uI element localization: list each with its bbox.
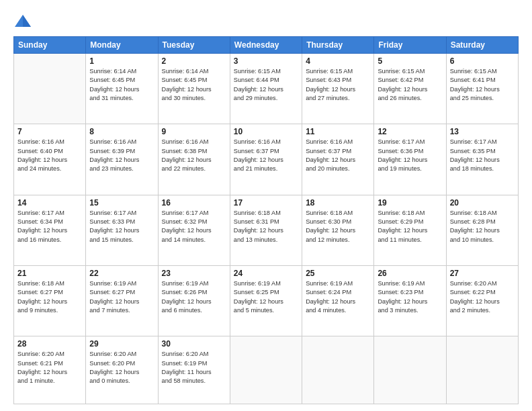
day-number: 3	[234, 56, 298, 66]
day-number: 8	[89, 127, 154, 136]
calendar-cell: 9Sunrise: 6:16 AM Sunset: 6:38 PM Daylig…	[158, 124, 230, 195]
day-info: Sunrise: 6:18 AM Sunset: 6:27 PM Dayligh…	[17, 279, 82, 315]
col-header-wednesday: Wednesday	[230, 37, 302, 54]
calendar-week-5: 28Sunrise: 6:20 AM Sunset: 6:21 PM Dayli…	[14, 336, 519, 404]
day-number: 12	[378, 127, 442, 136]
day-info: Sunrise: 6:20 AM Sunset: 6:20 PM Dayligh…	[89, 350, 154, 385]
day-info: Sunrise: 6:19 AM Sunset: 6:26 PM Dayligh…	[162, 279, 226, 315]
day-info: Sunrise: 6:14 AM Sunset: 6:45 PM Dayligh…	[162, 67, 226, 103]
calendar-cell: 14Sunrise: 6:17 AM Sunset: 6:34 PM Dayli…	[14, 195, 86, 265]
calendar-cell: 17Sunrise: 6:18 AM Sunset: 6:31 PM Dayli…	[230, 195, 302, 265]
page: SundayMondayTuesdayWednesdayThursdayFrid…	[0, 0, 532, 411]
day-number: 7	[17, 127, 82, 136]
calendar-cell: 19Sunrise: 6:18 AM Sunset: 6:29 PM Dayli…	[374, 195, 446, 265]
calendar-header-row: SundayMondayTuesdayWednesdayThursdayFrid…	[14, 37, 519, 54]
logo-icon	[13, 12, 32, 31]
calendar-table: SundayMondayTuesdayWednesdayThursdayFrid…	[13, 36, 519, 404]
calendar-cell: 8Sunrise: 6:16 AM Sunset: 6:39 PM Daylig…	[86, 124, 158, 195]
day-info: Sunrise: 6:17 AM Sunset: 6:32 PM Dayligh…	[162, 209, 226, 244]
day-number: 16	[162, 198, 226, 208]
calendar-cell: 13Sunrise: 6:17 AM Sunset: 6:35 PM Dayli…	[446, 124, 518, 195]
day-number: 10	[234, 127, 298, 136]
calendar-cell	[446, 336, 518, 404]
day-info: Sunrise: 6:18 AM Sunset: 6:28 PM Dayligh…	[450, 209, 515, 244]
calendar-cell: 11Sunrise: 6:16 AM Sunset: 6:37 PM Dayli…	[302, 124, 374, 195]
day-info: Sunrise: 6:20 AM Sunset: 6:21 PM Dayligh…	[17, 350, 82, 385]
calendar-cell: 4Sunrise: 6:15 AM Sunset: 6:43 PM Daylig…	[302, 54, 374, 124]
calendar-cell	[230, 336, 302, 404]
day-number: 29	[89, 339, 154, 349]
day-info: Sunrise: 6:16 AM Sunset: 6:37 PM Dayligh…	[234, 138, 298, 173]
calendar-cell: 22Sunrise: 6:19 AM Sunset: 6:27 PM Dayli…	[86, 265, 158, 336]
day-info: Sunrise: 6:19 AM Sunset: 6:27 PM Dayligh…	[89, 279, 154, 315]
day-info: Sunrise: 6:19 AM Sunset: 6:23 PM Dayligh…	[378, 279, 442, 315]
calendar-cell: 26Sunrise: 6:19 AM Sunset: 6:23 PM Dayli…	[374, 265, 446, 336]
day-number: 2	[162, 56, 226, 66]
day-info: Sunrise: 6:18 AM Sunset: 6:30 PM Dayligh…	[306, 209, 370, 244]
calendar-cell: 3Sunrise: 6:15 AM Sunset: 6:44 PM Daylig…	[230, 54, 302, 124]
calendar-week-4: 21Sunrise: 6:18 AM Sunset: 6:27 PM Dayli…	[14, 265, 519, 336]
day-number: 20	[450, 198, 515, 208]
day-info: Sunrise: 6:16 AM Sunset: 6:39 PM Dayligh…	[89, 138, 154, 173]
day-info: Sunrise: 6:15 AM Sunset: 6:41 PM Dayligh…	[450, 67, 515, 103]
day-number: 28	[17, 339, 82, 349]
col-header-monday: Monday	[86, 37, 158, 54]
day-info: Sunrise: 6:19 AM Sunset: 6:24 PM Dayligh…	[306, 279, 370, 315]
col-header-friday: Friday	[374, 37, 446, 54]
day-number: 23	[162, 269, 226, 278]
day-info: Sunrise: 6:15 AM Sunset: 6:42 PM Dayligh…	[378, 67, 442, 103]
day-number: 13	[450, 127, 515, 136]
day-number: 22	[89, 269, 154, 278]
svg-marker-1	[23, 15, 31, 27]
day-number: 5	[378, 56, 442, 66]
col-header-thursday: Thursday	[302, 37, 374, 54]
day-number: 1	[89, 56, 154, 66]
calendar-cell: 7Sunrise: 6:16 AM Sunset: 6:40 PM Daylig…	[14, 124, 86, 195]
day-number: 4	[306, 56, 370, 66]
calendar-cell: 20Sunrise: 6:18 AM Sunset: 6:28 PM Dayli…	[446, 195, 518, 265]
day-number: 24	[234, 269, 298, 278]
day-info: Sunrise: 6:17 AM Sunset: 6:36 PM Dayligh…	[378, 138, 442, 173]
col-header-tuesday: Tuesday	[158, 37, 230, 54]
calendar-cell: 1Sunrise: 6:14 AM Sunset: 6:45 PM Daylig…	[86, 54, 158, 124]
calendar-cell: 5Sunrise: 6:15 AM Sunset: 6:42 PM Daylig…	[374, 54, 446, 124]
day-info: Sunrise: 6:14 AM Sunset: 6:45 PM Dayligh…	[89, 67, 154, 103]
col-header-saturday: Saturday	[446, 37, 518, 54]
calendar-cell: 12Sunrise: 6:17 AM Sunset: 6:36 PM Dayli…	[374, 124, 446, 195]
calendar-cell: 27Sunrise: 6:20 AM Sunset: 6:22 PM Dayli…	[446, 265, 518, 336]
day-number: 25	[306, 269, 370, 278]
day-number: 17	[234, 198, 298, 208]
calendar-cell	[302, 336, 374, 404]
col-header-sunday: Sunday	[14, 37, 86, 54]
calendar-week-3: 14Sunrise: 6:17 AM Sunset: 6:34 PM Dayli…	[14, 195, 519, 265]
calendar-cell: 28Sunrise: 6:20 AM Sunset: 6:21 PM Dayli…	[14, 336, 86, 404]
calendar-week-1: 1Sunrise: 6:14 AM Sunset: 6:45 PM Daylig…	[14, 54, 519, 124]
day-info: Sunrise: 6:20 AM Sunset: 6:19 PM Dayligh…	[162, 350, 226, 385]
day-number: 14	[17, 198, 82, 208]
day-info: Sunrise: 6:15 AM Sunset: 6:44 PM Dayligh…	[234, 67, 298, 103]
calendar-cell: 10Sunrise: 6:16 AM Sunset: 6:37 PM Dayli…	[230, 124, 302, 195]
day-number: 21	[17, 269, 82, 278]
calendar-cell: 30Sunrise: 6:20 AM Sunset: 6:19 PM Dayli…	[158, 336, 230, 404]
calendar-cell	[374, 336, 446, 404]
logo	[13, 12, 35, 31]
day-number: 6	[450, 56, 515, 66]
day-info: Sunrise: 6:19 AM Sunset: 6:25 PM Dayligh…	[234, 279, 298, 315]
calendar-cell: 29Sunrise: 6:20 AM Sunset: 6:20 PM Dayli…	[86, 336, 158, 404]
day-info: Sunrise: 6:17 AM Sunset: 6:34 PM Dayligh…	[17, 209, 82, 244]
calendar-cell: 23Sunrise: 6:19 AM Sunset: 6:26 PM Dayli…	[158, 265, 230, 336]
day-info: Sunrise: 6:17 AM Sunset: 6:35 PM Dayligh…	[450, 138, 515, 173]
calendar-cell: 24Sunrise: 6:19 AM Sunset: 6:25 PM Dayli…	[230, 265, 302, 336]
day-info: Sunrise: 6:16 AM Sunset: 6:38 PM Dayligh…	[162, 138, 226, 173]
calendar-week-2: 7Sunrise: 6:16 AM Sunset: 6:40 PM Daylig…	[14, 124, 519, 195]
day-number: 19	[378, 198, 442, 208]
calendar-cell	[14, 54, 86, 124]
calendar-cell: 16Sunrise: 6:17 AM Sunset: 6:32 PM Dayli…	[158, 195, 230, 265]
calendar-cell: 6Sunrise: 6:15 AM Sunset: 6:41 PM Daylig…	[446, 54, 518, 124]
header	[13, 12, 519, 31]
calendar-cell: 21Sunrise: 6:18 AM Sunset: 6:27 PM Dayli…	[14, 265, 86, 336]
day-info: Sunrise: 6:16 AM Sunset: 6:40 PM Dayligh…	[17, 138, 82, 173]
day-info: Sunrise: 6:15 AM Sunset: 6:43 PM Dayligh…	[306, 67, 370, 103]
calendar-cell: 2Sunrise: 6:14 AM Sunset: 6:45 PM Daylig…	[158, 54, 230, 124]
day-number: 26	[378, 269, 442, 278]
